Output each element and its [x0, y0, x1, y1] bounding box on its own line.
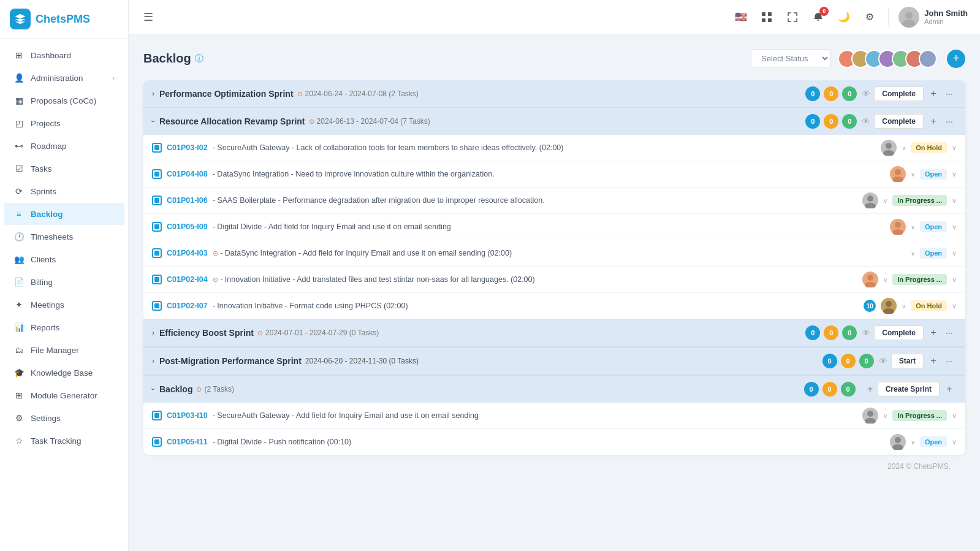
status-select[interactable]: Select Status Complete In Progress On Ho…: [751, 49, 830, 68]
status-dropdown-icon[interactable]: ∨: [952, 144, 957, 152]
more-icon[interactable]: ···: [942, 325, 957, 340]
status-badge[interactable]: Open: [920, 436, 947, 447]
sidebar-item-roadmap[interactable]: ⊷ Roadmap: [4, 135, 124, 157]
add-icon[interactable]: +: [926, 325, 941, 340]
expand-icon[interactable]: ›: [149, 388, 158, 390]
fullscreen-icon[interactable]: [784, 9, 801, 26]
sprint-row[interactable]: › Performance Optimization Sprint ⊙ 2024…: [143, 80, 965, 108]
add-icon[interactable]: +: [926, 86, 941, 101]
eye-icon[interactable]: 👁: [862, 89, 870, 99]
chevron-down-icon[interactable]: ∨: [883, 276, 887, 283]
task-id[interactable]: C01P03-I02: [167, 143, 208, 152]
chevron-down-icon[interactable]: ∨: [911, 439, 915, 446]
sidebar-item-reports[interactable]: 📊 Reports: [4, 316, 124, 338]
task-id[interactable]: C01P01-I06: [167, 196, 208, 205]
sidebar-item-dashboard[interactable]: ⊞ Dashboard: [4, 44, 124, 66]
notification-icon[interactable]: 0: [810, 9, 827, 26]
eye-icon[interactable]: 👁: [862, 116, 870, 126]
add-icon[interactable]: +: [863, 382, 878, 397]
task-id[interactable]: C01P02-I04: [167, 275, 208, 284]
add-icon-2[interactable]: +: [942, 382, 957, 397]
sidebar-item-knowledgebase[interactable]: 🎓 Knowledge Base: [4, 362, 124, 384]
task-checkbox[interactable]: [152, 301, 162, 311]
status-badge[interactable]: Open: [920, 248, 947, 259]
task-checkbox[interactable]: [152, 248, 162, 258]
complete-button[interactable]: Complete: [874, 114, 924, 129]
sidebar-item-sprints[interactable]: ⟳ Sprints: [4, 180, 124, 202]
sidebar-item-modulegen[interactable]: ⊞ Module Generator: [4, 384, 124, 406]
hamburger-icon[interactable]: ☰: [141, 8, 156, 26]
task-checkbox[interactable]: [152, 275, 162, 284]
chevron-down-icon[interactable]: ∨: [902, 303, 906, 310]
task-checkbox[interactable]: [152, 222, 162, 232]
status-dropdown-icon[interactable]: ∨: [952, 438, 957, 446]
eye-icon[interactable]: 👁: [879, 356, 887, 366]
task-checkbox[interactable]: [152, 196, 162, 205]
complete-button[interactable]: Complete: [874, 86, 924, 101]
chevron-down-icon[interactable]: ∨: [911, 224, 915, 230]
add-member-button[interactable]: +: [947, 50, 965, 68]
sidebar-item-backlog[interactable]: ≡ Backlog: [4, 203, 124, 225]
flag-icon[interactable]: 🇺🇸: [732, 9, 750, 26]
eye-icon[interactable]: 👁: [862, 328, 870, 338]
darkmode-icon[interactable]: 🌙: [835, 9, 853, 26]
task-id[interactable]: C01P04-I03: [167, 249, 208, 257]
complete-button[interactable]: Complete: [874, 325, 924, 340]
status-badge[interactable]: Open: [920, 169, 947, 180]
start-button[interactable]: Start: [891, 354, 924, 368]
status-dropdown-icon[interactable]: ∨: [952, 412, 957, 420]
task-checkbox[interactable]: [152, 437, 162, 447]
chevron-down-icon[interactable]: ∨: [883, 197, 887, 204]
expand-icon[interactable]: ›: [149, 120, 158, 123]
status-badge[interactable]: In Progress ...: [892, 195, 947, 206]
status-badge[interactable]: In Progress ...: [892, 274, 947, 285]
chevron-down-icon[interactable]: ∨: [883, 412, 887, 419]
task-checkbox[interactable]: [152, 143, 162, 153]
backlog-section-row[interactable]: › Backlog ⊙ (2 Tasks) 0 0 0 + Crea: [143, 375, 965, 403]
status-badge[interactable]: On Hold: [911, 142, 947, 153]
task-checkbox[interactable]: [152, 169, 162, 179]
sidebar-item-projects[interactable]: ◰ Projects: [4, 112, 124, 134]
status-dropdown-icon[interactable]: ∨: [952, 223, 957, 231]
task-id[interactable]: C01P05-I09: [167, 222, 208, 231]
sidebar-item-settings[interactable]: ⚙ Settings: [4, 407, 124, 429]
sidebar-item-meetings[interactable]: ✦ Meetings: [4, 294, 124, 316]
more-icon[interactable]: ···: [942, 86, 957, 101]
chevron-down-icon[interactable]: ∨: [902, 145, 906, 151]
sidebar-item-tasks[interactable]: ☑ Tasks: [4, 158, 124, 180]
sidebar-item-clients[interactable]: 👥 Clients: [4, 248, 124, 270]
expand-icon[interactable]: ›: [152, 357, 154, 365]
more-icon[interactable]: ···: [942, 354, 957, 368]
status-dropdown-icon[interactable]: ∨: [952, 170, 957, 178]
task-id[interactable]: C01P05-I11: [167, 438, 208, 446]
create-sprint-button[interactable]: Create Sprint: [878, 382, 940, 397]
gear-icon[interactable]: ⚙: [861, 9, 878, 26]
expand-icon[interactable]: ›: [152, 89, 154, 98]
sprint-row[interactable]: › Efficiency Boost Sprint ⊙ 2024-07-01 -…: [143, 319, 965, 347]
topbar-user[interactable]: John Smith Admin: [898, 7, 968, 28]
add-icon[interactable]: +: [926, 354, 941, 368]
status-dropdown-icon[interactable]: ∨: [952, 249, 957, 257]
sidebar-item-tasktracking[interactable]: ☆ Task Tracking: [4, 430, 124, 452]
sprint-row[interactable]: › Resource Allocation Revamp Sprint ⊙ 20…: [143, 108, 965, 135]
status-badge[interactable]: On Hold: [911, 300, 947, 311]
status-badge[interactable]: Open: [920, 221, 947, 232]
add-icon[interactable]: +: [926, 114, 941, 129]
task-id[interactable]: C01P03-I10: [167, 411, 208, 420]
status-dropdown-icon[interactable]: ∨: [952, 197, 957, 205]
chevron-down-icon[interactable]: ∨: [911, 250, 915, 257]
info-icon[interactable]: ⓘ: [195, 53, 203, 64]
sidebar-item-billing[interactable]: 📄 Billing: [4, 271, 124, 293]
sidebar-item-timesheets[interactable]: 🕐 Timesheets: [4, 226, 124, 248]
sidebar-item-proposals[interactable]: ▦ Proposals (CoCo): [4, 89, 124, 112]
chevron-down-icon[interactable]: ∨: [911, 171, 915, 178]
task-id[interactable]: C01P02-I07: [167, 302, 208, 310]
grid-icon[interactable]: [758, 9, 775, 26]
status-badge[interactable]: In Progress ...: [892, 410, 947, 421]
more-icon[interactable]: ···: [942, 114, 957, 129]
task-id[interactable]: C01P04-I08: [167, 170, 208, 178]
sidebar-item-filemanager[interactable]: 🗂 File Manager: [4, 339, 124, 361]
sidebar-item-administration[interactable]: 👤 Administration ›: [4, 67, 124, 89]
expand-icon[interactable]: ›: [152, 329, 154, 337]
status-dropdown-icon[interactable]: ∨: [952, 276, 957, 284]
